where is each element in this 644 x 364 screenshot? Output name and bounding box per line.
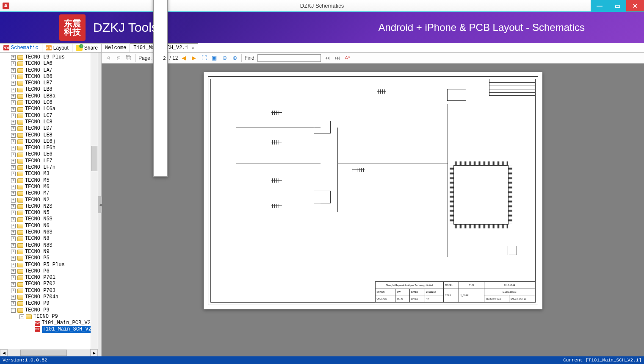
expand-icon[interactable]: + [11, 211, 16, 215]
tree-item[interactable]: +TECNO M6 [1, 184, 98, 190]
fit-width-icon[interactable]: ⛶ [200, 54, 208, 62]
tree-item[interactable]: +TECNO LA6 [1, 61, 98, 67]
expand-icon[interactable]: + [11, 107, 16, 112]
expand-icon[interactable]: + [11, 81, 16, 86]
tree-item[interactable]: +TECNO LC7 [1, 113, 98, 119]
expand-icon[interactable]: + [11, 185, 16, 189]
expand-icon[interactable]: + [11, 153, 16, 157]
tree-item[interactable]: +TECNO N8 [1, 236, 98, 242]
hscroll-track[interactable] [8, 349, 90, 356]
tab-welcome[interactable]: Welcome [102, 43, 130, 52]
file-tree[interactable]: +TECNO L9 Plus+TECNO LA6+TECNO LA7+TECNO… [0, 53, 98, 333]
match-case-button[interactable]: Aᵃ [343, 54, 351, 62]
expand-icon[interactable]: + [11, 139, 16, 144]
zoom-out-button[interactable]: ⊖ [220, 54, 229, 62]
tree-item[interactable]: +TECNO LE6 [1, 151, 98, 158]
tree-item[interactable]: +TECNO N8S [1, 242, 98, 249]
save-icon[interactable]: 🖨 [104, 54, 113, 62]
tab-share[interactable]: Share [72, 43, 102, 52]
expand-icon[interactable]: + [11, 61, 16, 66]
expand-icon[interactable]: + [11, 230, 16, 235]
expand-icon[interactable]: + [11, 100, 16, 105]
tree-item[interactable]: +TECNO N9 [1, 249, 98, 255]
tree-item[interactable]: +TECNO LA7 [1, 67, 98, 74]
tree-item[interactable]: +TECNO LC8 [1, 119, 98, 125]
expand-icon[interactable]: + [11, 204, 16, 209]
expand-icon[interactable]: + [11, 269, 16, 274]
tree-item[interactable]: +TECNO N2S [1, 203, 98, 210]
tree-item[interactable]: +TECNO LB6 [1, 74, 98, 80]
collapse-icon[interactable]: − [19, 314, 24, 319]
expand-icon[interactable]: + [11, 178, 16, 183]
tree-item[interactable]: +TECNO LC6 [1, 100, 98, 106]
expand-icon[interactable]: + [11, 114, 16, 118]
tree-item[interactable]: +TECNO LB8a [1, 93, 98, 100]
tree-item[interactable]: +TECNO P701 [1, 275, 98, 281]
tree-item[interactable]: +TECNO P9 [1, 300, 98, 307]
minimize-button[interactable]: — [591, 0, 608, 11]
tree-item[interactable]: +TECNO N6S [1, 229, 98, 236]
expand-icon[interactable]: + [11, 275, 16, 280]
find-input[interactable] [257, 54, 321, 62]
expand-icon[interactable]: + [11, 243, 16, 248]
scroll-left-button[interactable]: ◀ [0, 349, 8, 356]
expand-icon[interactable]: + [11, 282, 16, 287]
expand-icon[interactable]: + [11, 126, 16, 131]
sidebar-vscroll[interactable] [91, 53, 98, 349]
tree-item[interactable]: +TECNO P702 [1, 281, 98, 287]
tab-schematic[interactable]: PDF Schematic [0, 43, 42, 52]
tree-item[interactable]: +TECNO LF7 [1, 158, 98, 164]
expand-icon[interactable]: + [11, 55, 16, 60]
maximize-button[interactable]: ▭ [608, 0, 626, 11]
tree-item[interactable]: +TECNO LF7n [1, 164, 98, 171]
tree-item[interactable]: +TECNO P5 [1, 255, 98, 261]
expand-icon[interactable]: + [11, 224, 16, 228]
tree-item[interactable]: +TECNO LE6j [1, 139, 98, 145]
tree-item-expanded[interactable]: −TECNO P9 [1, 307, 98, 314]
find-next-button[interactable]: ⏭ [333, 54, 341, 62]
tree-item[interactable]: +TECNO LC6a [1, 106, 98, 112]
copy-icon[interactable]: ⎘ [114, 54, 123, 62]
collapse-icon[interactable]: − [11, 308, 16, 313]
close-tab-icon[interactable]: ✕ [192, 45, 194, 50]
expand-icon[interactable]: + [11, 236, 16, 241]
expand-icon[interactable]: + [11, 250, 16, 254]
expand-icon[interactable]: + [11, 94, 16, 99]
splitter[interactable] [98, 53, 102, 356]
expand-icon[interactable]: + [11, 88, 16, 92]
tree-item[interactable]: +TECNO L9 Plus [1, 54, 98, 61]
tree-item[interactable]: +TECNO N2 [1, 197, 98, 203]
expand-icon[interactable]: + [11, 133, 16, 138]
expand-icon[interactable]: + [11, 217, 16, 222]
expand-icon[interactable]: + [11, 263, 16, 267]
tree-file-selected[interactable]: PDFT101_Main_SCH_V2.1 [1, 326, 98, 333]
expand-icon[interactable]: + [11, 289, 16, 293]
zoom-in-button[interactable]: ⊕ [230, 54, 239, 62]
tree-item[interactable]: +TECNO P6 [1, 268, 98, 275]
expand-icon[interactable]: + [11, 295, 16, 300]
tree-item[interactable]: +TECNO LB7 [1, 80, 98, 86]
splitter-grip[interactable] [98, 196, 102, 213]
tree-item[interactable]: +TECNO M5 [1, 178, 98, 184]
tree-item[interactable]: +TECNO P703 [1, 288, 98, 294]
tree-item[interactable]: +TECNO LB8 [1, 86, 98, 93]
expand-icon[interactable]: + [11, 172, 16, 176]
expand-icon[interactable]: + [11, 198, 16, 203]
tree-item[interactable]: +TECNO LE8 [1, 132, 98, 139]
close-button[interactable]: ✕ [626, 0, 644, 11]
expand-icon[interactable]: + [11, 191, 16, 196]
scroll-right-button[interactable]: ▶ [90, 349, 98, 356]
pages-icon[interactable]: ⿻ [124, 54, 133, 62]
tree-item[interactable]: +TECNO N5 [1, 210, 98, 216]
find-prev-button[interactable]: ⏮ [323, 54, 331, 62]
expand-icon[interactable]: + [11, 68, 16, 73]
tree-item[interactable]: +TECNO P704a [1, 294, 98, 300]
fit-page-icon[interactable]: ▣ [210, 54, 218, 62]
expand-icon[interactable]: + [11, 120, 16, 125]
tree-item[interactable]: +TECNO M7 [1, 190, 98, 197]
tree-item[interactable]: +TECNO LD7 [1, 125, 98, 132]
expand-icon[interactable]: + [11, 301, 16, 306]
next-page-button[interactable]: ▶ [190, 54, 198, 62]
expand-icon[interactable]: + [11, 75, 16, 79]
tree-item[interactable]: +TECNO N6 [1, 223, 98, 229]
